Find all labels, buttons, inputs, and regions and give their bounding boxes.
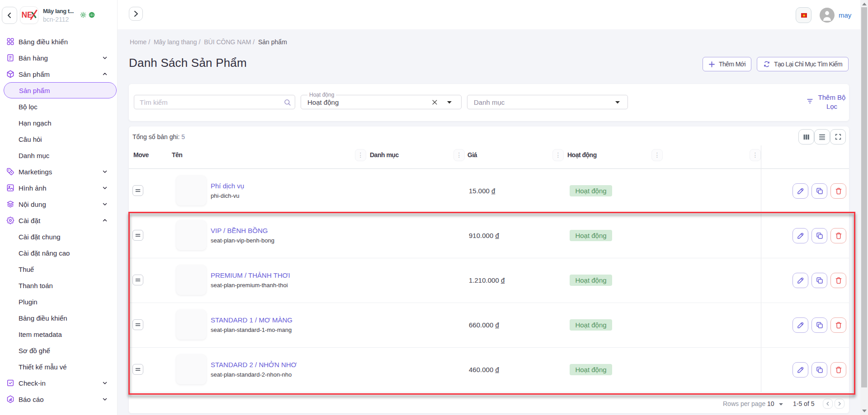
svg-text:N: N	[22, 10, 28, 19]
